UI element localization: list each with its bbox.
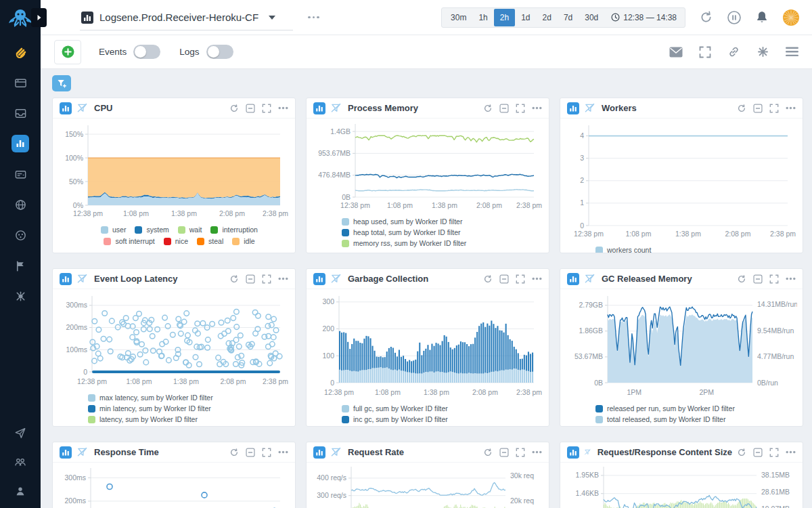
panel-expand-button[interactable] <box>769 274 779 284</box>
panel-menu-button[interactable] <box>532 450 542 454</box>
add-component-button[interactable] <box>54 40 81 64</box>
panel-menu-button[interactable] <box>278 106 288 110</box>
filter-disabled-icon[interactable] <box>330 103 342 113</box>
pause-refresh-button[interactable] <box>727 10 742 25</box>
sidebar-item-hand-wave[interactable] <box>12 43 29 61</box>
panel-menu-button[interactable] <box>532 277 542 280</box>
panel-collapse-button[interactable] <box>753 104 763 113</box>
legend-item[interactable]: full gc, sum by Worker ID filter <box>342 404 549 412</box>
legend-item[interactable]: system <box>135 226 168 234</box>
panel-collapse-button[interactable] <box>246 274 255 284</box>
panel-refresh-button[interactable] <box>229 274 239 284</box>
legend-item[interactable]: heap total, sum by Worker ID filter <box>342 228 549 236</box>
panel-refresh-button[interactable] <box>229 104 239 113</box>
filter-disabled-icon[interactable] <box>330 447 342 457</box>
panel-collapse-button[interactable] <box>753 448 763 457</box>
time-range-30d[interactable]: 30d <box>579 9 604 26</box>
legend-item[interactable]: workers count <box>595 246 651 253</box>
panel-expand-button[interactable] <box>516 274 525 284</box>
legend-item[interactable]: user <box>101 226 126 234</box>
filter-disabled-icon[interactable] <box>584 103 595 113</box>
filter-disabled-icon[interactable] <box>76 274 88 284</box>
legend-item[interactable]: released per run, sum by Worker ID filte… <box>595 404 803 412</box>
panel-collapse-button[interactable] <box>499 104 509 113</box>
dashboard-selector[interactable]: Logsene.Prod.Receiver-Heroku-CF <box>80 12 293 30</box>
filter-disabled-icon[interactable] <box>76 447 88 457</box>
time-range-2d[interactable]: 2d <box>537 9 558 26</box>
panel-refresh-button[interactable] <box>737 448 746 457</box>
panel-expand-button[interactable] <box>516 448 525 457</box>
panel-collapse-button[interactable] <box>246 448 255 457</box>
panel-menu-button[interactable] <box>278 450 288 454</box>
email-report-button[interactable] <box>669 47 683 58</box>
custom-time-range[interactable]: 12:38 — 14:38 <box>604 13 682 22</box>
legend-item[interactable]: latency, sum by Worker ID filter <box>88 415 295 423</box>
sidebar-item-inbox[interactable] <box>12 104 29 122</box>
filter-disabled-icon[interactable] <box>584 447 591 457</box>
filter-disabled-icon[interactable] <box>584 274 595 284</box>
panel-refresh-button[interactable] <box>483 448 493 457</box>
panel-collapse-button[interactable] <box>246 104 255 113</box>
legend-item[interactable]: max latency, sum by Worker ID filter <box>88 394 295 402</box>
panel-menu-button[interactable] <box>278 277 288 280</box>
legend-item[interactable]: min latency, sum by Worker ID filter <box>88 404 295 412</box>
time-range-1h[interactable]: 1h <box>472 9 493 26</box>
panel-refresh-button[interactable] <box>229 448 239 457</box>
legend-item[interactable]: heap used, sum by Worker ID filter <box>342 217 549 226</box>
panel-refresh-button[interactable] <box>737 274 746 284</box>
sidebar-item-windows[interactable] <box>12 74 29 91</box>
legend-item[interactable]: idle <box>232 237 254 245</box>
panel-expand-button[interactable] <box>262 448 271 457</box>
legend-item[interactable]: nice <box>164 237 188 245</box>
sidebar-item-charts-active[interactable] <box>12 135 29 152</box>
sidebar-item-user[interactable] <box>12 482 29 500</box>
user-avatar[interactable] <box>782 9 800 26</box>
panel-expand-button[interactable] <box>262 274 271 284</box>
panel-menu-button[interactable] <box>786 277 796 280</box>
panel-menu-button[interactable] <box>532 106 542 110</box>
share-link-button[interactable] <box>727 45 740 58</box>
panel-collapse-button[interactable] <box>753 274 763 284</box>
panel-collapse-button[interactable] <box>499 448 509 457</box>
legend-item[interactable]: interruption <box>210 226 258 234</box>
panel-menu-button[interactable] <box>786 450 796 454</box>
legend-item[interactable]: inc gc, sum by Worker ID filter <box>342 415 549 423</box>
sidebar-item-cookie[interactable] <box>12 226 29 244</box>
panel-expand-button[interactable] <box>769 448 779 457</box>
sidebar-item-bug[interactable] <box>12 287 29 305</box>
dashboard-menu-button[interactable] <box>308 16 319 19</box>
panel-expand-button[interactable] <box>516 104 525 113</box>
sidebar-collapse-tab[interactable] <box>31 8 47 27</box>
sidebar-item-cards[interactable] <box>12 165 29 183</box>
legend-item[interactable]: steal <box>197 237 223 245</box>
legend-item[interactable]: memory rss, sum by Worker ID filter <box>342 239 549 247</box>
legend-item[interactable]: soft interrupt <box>104 237 154 245</box>
legend-item[interactable]: total released, sum by Worker ID filter <box>595 415 803 423</box>
panel-refresh-button[interactable] <box>737 104 746 113</box>
panel-expand-button[interactable] <box>262 104 271 113</box>
notifications-button[interactable] <box>755 10 769 24</box>
fullscreen-button[interactable] <box>699 46 711 58</box>
panel-refresh-button[interactable] <box>483 274 493 284</box>
app-logo-octopus-icon[interactable] <box>7 5 33 31</box>
panel-collapse-button[interactable] <box>499 274 509 284</box>
sidebar-item-globe[interactable] <box>12 196 29 213</box>
sidebar-item-flag[interactable] <box>12 257 29 274</box>
sidebar-item-send[interactable] <box>12 424 29 442</box>
time-range-1d[interactable]: 1d <box>515 9 536 26</box>
panel-refresh-button[interactable] <box>483 104 493 113</box>
events-toggle[interactable] <box>133 45 160 59</box>
add-filter-button[interactable] <box>52 75 71 91</box>
dashboard-list-button[interactable] <box>786 47 798 57</box>
time-range-7d[interactable]: 7d <box>558 9 579 26</box>
logs-toggle[interactable] <box>206 45 233 59</box>
refresh-button[interactable] <box>699 10 713 24</box>
panel-menu-button[interactable] <box>786 106 796 110</box>
legend-item[interactable]: wait <box>178 226 202 234</box>
filter-disabled-icon[interactable] <box>76 103 88 113</box>
time-range-2h[interactable]: 2h <box>494 9 515 26</box>
panel-expand-button[interactable] <box>769 104 779 113</box>
filter-disabled-icon[interactable] <box>330 274 342 284</box>
time-range-30m[interactable]: 30m <box>445 9 472 26</box>
report-bug-button[interactable] <box>757 45 769 58</box>
